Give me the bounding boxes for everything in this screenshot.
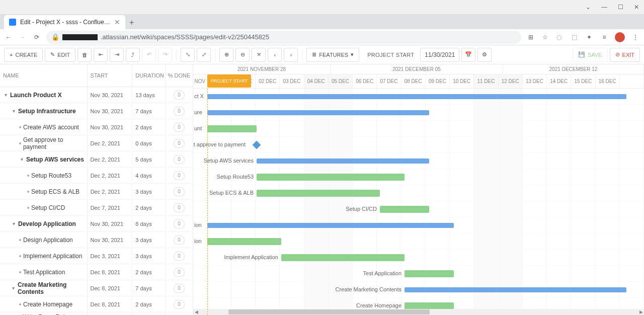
gantt-bar[interactable] — [207, 223, 454, 228]
exit-button[interactable]: ⊘EXIT — [610, 48, 640, 62]
kebab-menu-icon[interactable]: ⋮ — [631, 33, 640, 42]
indent-button[interactable]: ⇥ — [110, 48, 124, 62]
upload-button[interactable]: ⤴ — [126, 48, 140, 62]
task-row[interactable]: Write Press Release Article Dec 10, 2021… — [0, 312, 193, 315]
task-row[interactable]: Implement Application Dec 3, 2021 3 days… — [0, 248, 193, 264]
milestone-marker[interactable] — [253, 141, 261, 149]
task-done-chip[interactable]: 0 — [174, 155, 185, 164]
expander-icon[interactable]: ▾ — [11, 108, 16, 114]
project-start-date-input[interactable]: 11/30/2021 — [420, 48, 459, 62]
task-done-chip[interactable]: 0 — [174, 219, 185, 228]
gantt-bar[interactable] — [257, 174, 405, 181]
profile-avatar[interactable] — [615, 32, 625, 42]
gantt-bar[interactable] — [405, 270, 454, 277]
day-header[interactable]: 11 DEC — [474, 74, 498, 88]
undo-button[interactable]: ↶ — [142, 48, 156, 62]
task-done-chip[interactable]: 0 — [174, 300, 185, 309]
task-row[interactable]: Get approve to payment Dec 2, 2021 0 day… — [0, 135, 193, 151]
task-row[interactable]: Setup CI/CD Dec 7, 2021 2 days 0 — [0, 200, 193, 216]
calendar-button[interactable]: 📅 — [461, 48, 475, 62]
outdent-button[interactable]: ⇤ — [94, 48, 108, 62]
task-done-chip[interactable]: 0 — [174, 91, 185, 100]
nav-reload-icon[interactable]: ⟳ — [32, 33, 41, 42]
timeline-row[interactable]: Test Application — [193, 266, 644, 282]
task-done-chip[interactable]: 0 — [174, 235, 185, 245]
create-button[interactable]: +CREATE — [4, 48, 43, 62]
ext-icon-1[interactable]: ◌ — [554, 33, 564, 42]
window-maximize-icon[interactable]: ☐ — [617, 4, 624, 11]
scroll-right-button[interactable]: › — [284, 48, 298, 62]
task-row[interactable]: Setup Route53 Dec 2, 2021 4 days 0 — [0, 168, 193, 184]
nav-back-icon[interactable]: ← — [4, 33, 13, 42]
task-row[interactable]: ▾ Setup AWS services Dec 2, 2021 5 days … — [0, 151, 193, 168]
scroll-right-arrow-icon[interactable]: ▶ — [638, 309, 644, 315]
day-header[interactable]: 15 DEC — [571, 74, 595, 88]
expand-all-button[interactable]: ⤡ — [181, 48, 195, 62]
day-header[interactable]: 08 DEC — [401, 74, 426, 88]
timeline-row[interactable]: ure — [193, 105, 644, 121]
task-row[interactable]: ▾ Launch Product X Nov 30, 2021 13 days … — [0, 87, 193, 103]
gantt-bar[interactable] — [405, 302, 454, 309]
timeline-row[interactable]: Setup AWS services — [193, 153, 644, 169]
browser-tab[interactable]: Edit - Project X - ssss - Conflue… ✕ — [4, 15, 125, 29]
gantt-bar[interactable] — [380, 206, 429, 213]
timeline-hscrollbar[interactable]: ◀ ▶ — [193, 309, 644, 315]
scroll-left-button[interactable]: ‹ — [268, 48, 282, 62]
day-header[interactable]: 04 DEC — [304, 74, 329, 88]
expander-icon[interactable]: ▾ — [3, 92, 8, 98]
col-name-header[interactable]: NAME — [0, 64, 88, 87]
bookmark-star-icon[interactable]: ☆ — [540, 33, 549, 42]
gantt-bar[interactable] — [207, 125, 257, 132]
task-done-chip[interactable]: 0 — [174, 107, 185, 116]
window-collapse-icon[interactable]: ⌄ — [585, 4, 592, 11]
day-header[interactable]: 16 DEC — [596, 74, 620, 88]
gantt-bar[interactable] — [207, 238, 281, 245]
day-header[interactable]: 09 DEC — [426, 74, 450, 88]
timeline-row[interactable]: ct X — [193, 89, 644, 105]
scroll-thumb[interactable] — [228, 309, 430, 314]
tab-close-icon[interactable]: ✕ — [114, 18, 120, 26]
timeline-row[interactable]: Setup Route53 — [193, 169, 644, 185]
gantt-bar[interactable] — [257, 190, 380, 197]
expander-icon[interactable]: ▾ — [19, 156, 24, 162]
day-header[interactable]: 14 DEC — [547, 74, 571, 88]
task-row[interactable]: Create AWS account Nov 30, 2021 2 days 0 — [0, 119, 193, 135]
reading-list-icon[interactable]: ≡ — [600, 33, 609, 42]
expander-icon[interactable]: ▾ — [11, 221, 16, 226]
task-done-chip[interactable]: 0 — [174, 268, 185, 277]
task-done-chip[interactable]: 0 — [174, 187, 185, 196]
extensions-icon[interactable]: ✦ — [585, 33, 594, 42]
task-row[interactable]: ▾ Create Marketing Contents Dec 8, 2021 … — [0, 280, 193, 296]
day-header[interactable]: 06 DEC — [353, 74, 377, 88]
timeline-row[interactable]: Create Marketing Contents — [193, 282, 644, 298]
col-start-header[interactable]: START — [88, 64, 133, 87]
task-row[interactable]: Create Homepage Dec 8, 2021 2 days 0 — [0, 296, 193, 312]
zoom-fit-button[interactable]: ⤧ — [252, 48, 266, 62]
day-header[interactable] — [620, 74, 644, 88]
gantt-bar[interactable] — [207, 94, 626, 99]
task-row[interactable]: ▾ Develop Application Nov 30, 2021 8 day… — [0, 216, 193, 232]
task-done-chip[interactable]: 0 — [174, 252, 185, 261]
gantt-bar[interactable] — [257, 159, 429, 164]
timeline-row[interactable]: ion — [193, 217, 644, 233]
day-header[interactable]: NOV — [193, 74, 207, 88]
timeline-row[interactable]: Setup CI/CD — [193, 201, 644, 217]
features-menu[interactable]: ≣FEATURES▾ — [306, 48, 359, 62]
task-done-chip[interactable]: 0 — [174, 284, 185, 293]
task-row[interactable]: Design Application Nov 30, 2021 3 days 0 — [0, 232, 193, 248]
timeline-row[interactable]: Get approve to payment — [193, 137, 644, 153]
save-button[interactable]: 💾SAVE — [573, 48, 608, 62]
col-done-header[interactable]: % DONE — [166, 64, 193, 87]
nav-forward-icon[interactable]: → — [18, 33, 27, 42]
timeline-row[interactable]: unt — [193, 121, 644, 137]
zoom-out-button[interactable]: ⊖ — [235, 48, 250, 62]
day-header[interactable]: 10 DEC — [450, 74, 474, 88]
window-close-icon[interactable]: ✕ — [633, 4, 640, 11]
task-done-chip[interactable]: 0 — [174, 123, 185, 132]
gantt-bar[interactable] — [405, 287, 626, 292]
timeline-body[interactable]: ct XureuntGet approve to paymentSetup AW… — [193, 89, 644, 315]
timeline-row[interactable]: ion — [193, 233, 644, 250]
qr-icon[interactable]: ⊞ — [526, 33, 535, 42]
gantt-bar[interactable] — [281, 254, 405, 261]
url-input[interactable]: 🔒 .atlassian.net/wiki/spaces/SSSS/pages/… — [46, 31, 521, 44]
